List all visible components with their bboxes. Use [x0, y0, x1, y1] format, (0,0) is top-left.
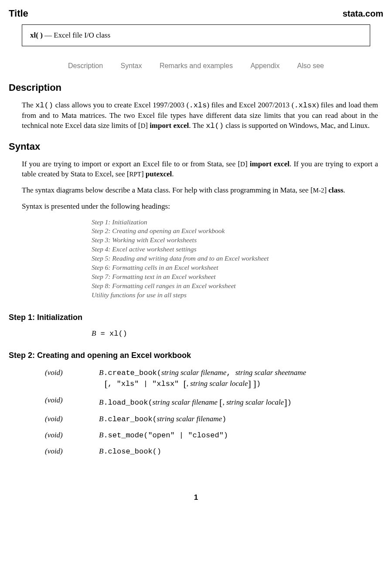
syntax-paragraph-2: The syntax diagrams below describe a Mat… — [22, 186, 378, 196]
table-row: (void) B.load_book(string scalar filenam… — [44, 395, 307, 413]
nav-appendix[interactable]: Appendix — [250, 62, 280, 69]
return-type: (void) — [44, 414, 98, 430]
init-code: B = xl() — [92, 329, 383, 338]
site-link[interactable]: stata.com — [343, 9, 383, 19]
step-link-4[interactable]: Step 4: Excel active worksheet settings — [92, 245, 383, 254]
step-link-1[interactable]: Step 1: Initialization — [92, 218, 383, 227]
step-link-5[interactable]: Step 5: Reading and writing data from an… — [92, 254, 383, 263]
syntax-paragraph-1: If you are trying to import or export an… — [22, 159, 378, 179]
section-syntax: Syntax — [9, 141, 383, 152]
signature-clear-book: B.clear_book(string scalar filename) — [99, 414, 307, 430]
step-link-utility[interactable]: Utility functions for use in all steps — [92, 291, 383, 300]
function-name: xl( ) — [30, 31, 43, 39]
step2-heading: Step 2: Creating and opening an Excel wo… — [9, 351, 383, 360]
signature-create-book: B.create_book(string scalar filename, st… — [99, 368, 307, 395]
return-type: (void) — [44, 368, 98, 395]
title-box: xl( ) — Excel file I/O class — [22, 24, 370, 46]
page-number: 1 — [9, 493, 383, 502]
signature-set-mode: B.set_mode("open" | "closed") — [99, 430, 307, 446]
steps-list: Step 1: Initialization Step 2: Creating … — [92, 218, 383, 300]
description-paragraph: The xl() class allows you to create Exce… — [22, 100, 378, 131]
page-title-label: Title — [9, 8, 28, 19]
step-link-6[interactable]: Step 6: Formatting cells in an Excel wor… — [92, 263, 383, 272]
syntax-table: (void) B.create_book(string scalar filen… — [44, 367, 307, 463]
table-row: (void) B.close_book() — [44, 447, 307, 462]
signature-load-book: B.load_book(string scalar filename [, st… — [99, 395, 307, 413]
nav-also-see[interactable]: Also see — [297, 62, 324, 69]
return-type: (void) — [44, 430, 98, 446]
step1-heading: Step 1: Initialization — [9, 313, 383, 322]
title-dash: — — [43, 31, 54, 39]
return-type: (void) — [44, 447, 98, 462]
table-row: (void) B.create_book(string scalar filen… — [44, 368, 307, 395]
nav-remarks[interactable]: Remarks and examples — [160, 62, 233, 69]
signature-close-book: B.close_book() — [99, 447, 307, 462]
step-link-8[interactable]: Step 8: Formatting cell ranges in an Exc… — [92, 282, 383, 291]
step-link-3[interactable]: Step 3: Working with Excel worksheets — [92, 236, 383, 245]
syntax-paragraph-3: Syntax is presented under the following … — [22, 202, 378, 212]
table-row: (void) B.set_mode("open" | "closed") — [44, 430, 307, 446]
nav-description[interactable]: Description — [68, 62, 103, 69]
section-description: Description — [9, 82, 383, 93]
nav-syntax[interactable]: Syntax — [121, 62, 142, 69]
return-type: (void) — [44, 395, 98, 413]
nav-row: Description Syntax Remarks and examples … — [9, 62, 383, 70]
step-link-2[interactable]: Step 2: Creating and opening an Excel wo… — [92, 227, 383, 236]
table-row: (void) B.clear_book(string scalar filena… — [44, 414, 307, 430]
title-desc: Excel file I/O class — [54, 31, 110, 39]
step-link-7[interactable]: Step 7: Formatting text in an Excel work… — [92, 272, 383, 282]
